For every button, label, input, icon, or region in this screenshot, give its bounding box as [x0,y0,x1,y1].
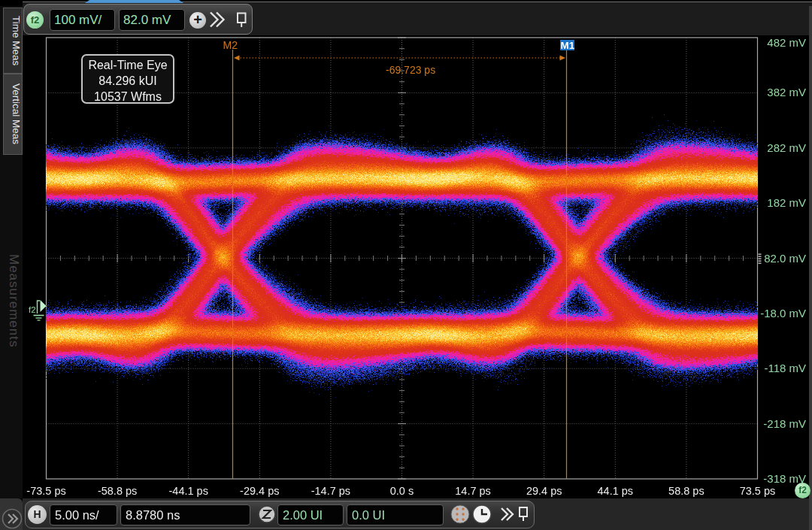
svg-text:f2: f2 [29,305,36,314]
svg-text:-69.723 ps: -69.723 ps [386,64,435,76]
svg-text:M2: M2 [223,39,238,51]
svg-text:M1: M1 [561,40,575,51]
